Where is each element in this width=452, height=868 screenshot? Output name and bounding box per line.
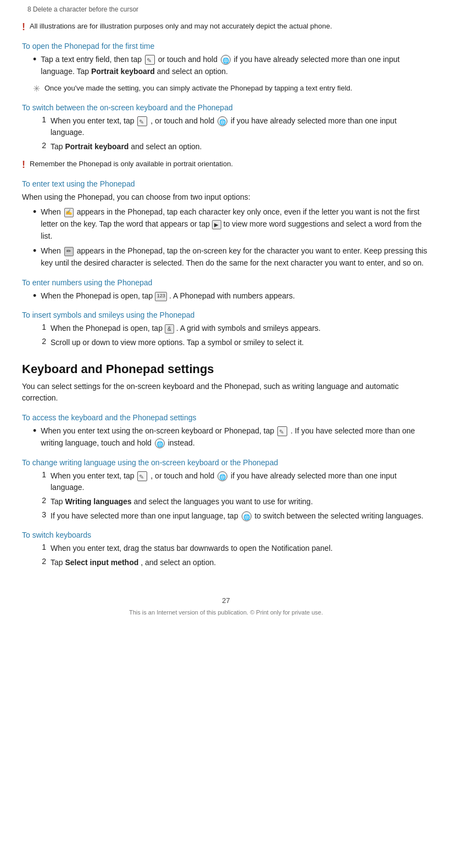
switch-item-2-text: Tap Portrait keyboard and select an opti…	[51, 141, 202, 153]
num-1: 1	[38, 115, 46, 124]
change-lang-item-2-text: Tap Writing languages and select the lan…	[51, 496, 313, 508]
section-switch: To switch between the on-screen keyboard…	[22, 103, 430, 171]
open-bullet-list: • Tap a text entry field, then tap or to…	[33, 54, 430, 77]
section-switch-keyboards-title: To switch keyboards	[22, 531, 430, 539]
page-header: 8 Delete a character before the cursor	[22, 5, 430, 13]
num-sym-1: 1	[38, 323, 46, 331]
access-bullet-1: • When you enter text using the on-scree…	[33, 425, 430, 449]
tip-icon-1: ✳	[33, 83, 40, 94]
pen-icon-2: ✏	[64, 247, 74, 256]
edit-icon-1	[145, 55, 155, 65]
symbols-item-1: 1 When the Phonepad is open, tap & . A g…	[38, 323, 430, 335]
tip-text-1: Once you've made the setting, you can si…	[44, 83, 352, 94]
header-text: 8 Delete a character before the cursor	[27, 5, 138, 13]
globe-icon-2	[217, 116, 227, 126]
section-switch-title: To switch between the on-screen keyboard…	[22, 103, 430, 112]
symbols-item-2: 2 Scroll up or down to view more options…	[38, 337, 430, 349]
num-sym-2: 2	[38, 337, 46, 346]
switch-item-1: 1 When you enter text, tap , or touch an…	[38, 115, 430, 139]
enter-text-intro: When using the Phonepad, you can choose …	[22, 191, 430, 204]
edit-icon-2	[137, 116, 147, 126]
numbers-bullet-list: • When the Phonepad is open, tap 123 . A…	[33, 290, 430, 302]
section-open-title: To open the Phonepad for the first time	[22, 42, 430, 50]
numbers-bullet-1: • When the Phonepad is open, tap 123 . A…	[33, 290, 430, 302]
bullet-dot-2: •	[33, 206, 36, 218]
section-enter-text-title: To enter text using the Phonepad	[22, 179, 430, 188]
warning-text-2: Remember the Phonepad is only available …	[30, 159, 233, 170]
section-change-lang: To change writing language using the on-…	[22, 458, 430, 522]
bullet-dot-3: •	[33, 245, 36, 257]
num-cl-1: 1	[38, 470, 46, 479]
change-lang-item-2: 2 Tap Writing languages and select the l…	[38, 496, 430, 508]
warning-text-1: All illustrations are for illustration p…	[30, 21, 332, 32]
switch-kb-item-2-text: Tap Select input method , and select an …	[51, 557, 216, 569]
num-2: 2	[38, 141, 46, 150]
h2-section: Keyboard and Phonepad settings You can s…	[22, 362, 430, 404]
enter-text-bullet-list: • When ✍ appears in the Phonepad, tap ea…	[33, 206, 430, 269]
change-lang-numbered-list: 1 When you enter text, tap , or touch an…	[38, 470, 430, 522]
switch-item-2: 2 Tap Portrait keyboard and select an op…	[38, 141, 430, 153]
warning-block-2: ! Remember the Phonepad is only availabl…	[22, 159, 430, 171]
change-lang-item-1: 1 When you enter text, tap , or touch an…	[38, 470, 430, 494]
section-change-lang-title: To change writing language using the on-…	[22, 458, 430, 467]
section-symbols: To insert symbols and smileys using the …	[22, 311, 430, 348]
edit-icon-4	[137, 471, 147, 481]
access-bullet-1-text: When you enter text using the on-screen …	[41, 425, 430, 449]
portrait-keyboard-bold-2: Portrait keyboard	[65, 142, 129, 151]
open-bullet-1: • Tap a text entry field, then tap or to…	[33, 54, 430, 77]
warning-icon-2: !	[22, 159, 25, 171]
enter-text-bullet-2: • When ✏ appears in the Phonepad, tap th…	[33, 245, 430, 269]
icon-sym: &	[165, 324, 174, 334]
select-input-method-bold: Select input method	[65, 558, 138, 567]
globe-icon-5	[242, 511, 252, 521]
open-bullet-1-text: Tap a text entry field, then tap or touc…	[41, 54, 430, 77]
switch-kb-item-2: 2 Tap Select input method , and select a…	[38, 557, 430, 569]
bullet-dot-5: •	[33, 425, 36, 437]
section-access-title: To access the keyboard and the Phonepad …	[22, 413, 430, 422]
symbols-item-1-text: When the Phonepad is open, tap & . A gri…	[51, 323, 321, 335]
symbols-item-2-text: Scroll up or down to view more options. …	[51, 337, 304, 349]
num-cl-3: 3	[38, 510, 46, 519]
globe-icon-4	[217, 471, 227, 481]
enter-text-bullet-1: • When ✍ appears in the Phonepad, tap ea…	[33, 206, 430, 242]
footer-text: This is an Internet version of this publ…	[22, 609, 430, 616]
section-open: To open the Phonepad for the first time …	[22, 42, 430, 94]
writing-languages-bold: Writing languages	[65, 497, 131, 506]
portrait-keyboard-bold-1: Portrait keyboard	[91, 67, 155, 76]
tip-block-1: ✳ Once you've made the setting, you can …	[33, 83, 430, 94]
change-lang-item-3: 3 If you have selected more than one inp…	[38, 510, 430, 522]
icon-123: 123	[155, 292, 167, 301]
warning-icon-1: !	[22, 21, 25, 33]
h2-title: Keyboard and Phonepad settings	[22, 362, 430, 376]
globe-icon-1	[221, 55, 231, 65]
section-switch-keyboards: To switch keyboards 1 When you enter tex…	[22, 531, 430, 568]
change-lang-item-1-text: When you enter text, tap , or touch and …	[51, 470, 430, 494]
num-cl-2: 2	[38, 496, 46, 505]
bullet-dot-1: •	[33, 54, 36, 66]
section-numbers-title: To enter numbers using the Phonepad	[22, 278, 430, 287]
warning-block-1: ! All illustrations are for illustration…	[22, 21, 430, 33]
arr-icon-1: ▶	[212, 220, 221, 229]
num-sk-1: 1	[38, 543, 46, 551]
num-sk-2: 2	[38, 557, 46, 566]
page-footer: 27 This is an Internet version of this p…	[22, 591, 430, 616]
switch-numbered-list: 1 When you enter text, tap , or touch an…	[38, 115, 430, 153]
switch-kb-item-1: 1 When you enter text, drag the status b…	[38, 543, 430, 555]
h2-intro-text: You can select settings for the on-scree…	[22, 381, 430, 404]
section-enter-text: To enter text using the Phonepad When us…	[22, 179, 430, 269]
switch-kb-numbered-list: 1 When you enter text, drag the status b…	[38, 543, 430, 568]
section-access: To access the keyboard and the Phonepad …	[22, 413, 430, 449]
pen-icon-1: ✍	[64, 208, 74, 217]
switch-item-1-text: When you enter text, tap , or touch and …	[51, 115, 430, 139]
globe-icon-3	[155, 438, 165, 448]
bullet-dot-4: •	[33, 290, 36, 302]
switch-kb-item-1-text: When you enter text, drag the status bar…	[51, 543, 333, 555]
edit-icon-3	[277, 426, 287, 436]
enter-text-bullet-2-text: When ✏ appears in the Phonepad, tap the …	[41, 245, 430, 269]
enter-text-bullet-1-text: When ✍ appears in the Phonepad, tap each…	[41, 206, 430, 242]
symbols-numbered-list: 1 When the Phonepad is open, tap & . A g…	[38, 323, 430, 348]
numbers-bullet-1-text: When the Phonepad is open, tap 123 . A P…	[41, 290, 295, 302]
section-numbers: To enter numbers using the Phonepad • Wh…	[22, 278, 430, 302]
section-symbols-title: To insert symbols and smileys using the …	[22, 311, 430, 319]
change-lang-item-3-text: If you have selected more than one input…	[51, 510, 423, 522]
